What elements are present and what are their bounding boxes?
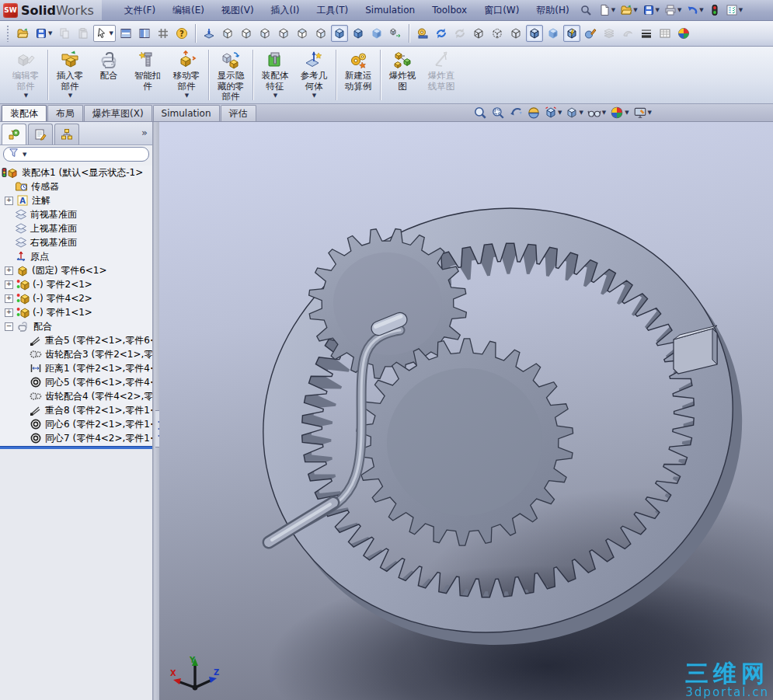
- tree-filter-input[interactable]: ▼: [3, 147, 149, 162]
- featuremanager-tab[interactable]: [2, 124, 26, 145]
- search-icon[interactable]: [578, 3, 594, 17]
- assembly-features-button-dropdown[interactable]: ▼: [273, 92, 277, 99]
- left-view[interactable]: [256, 25, 273, 42]
- options-button-dropdown[interactable]: ▼: [739, 7, 743, 13]
- new-document-button[interactable]: ▼: [597, 3, 617, 17]
- select-tool-dropdown[interactable]: ▼: [109, 30, 113, 37]
- tree-item-sensors[interactable]: 传感器: [0, 179, 152, 193]
- insert-component-button[interactable]: 插入零 部件▼: [50, 47, 89, 103]
- top-view[interactable]: [294, 25, 311, 42]
- display-style-button[interactable]: ▼: [565, 106, 583, 120]
- viewport-grid-button[interactable]: [155, 25, 172, 42]
- previous-view-button[interactable]: [508, 105, 524, 120]
- tree-item-part6-expander[interactable]: +: [5, 266, 13, 275]
- tab-layout[interactable]: 布局: [47, 105, 83, 121]
- motion-study-button[interactable]: 新建运 动算例: [339, 47, 378, 103]
- menu-item-6[interactable]: Toolbox: [423, 0, 475, 20]
- save-button[interactable]: ▼: [641, 3, 661, 17]
- measure-button[interactable]: [414, 25, 431, 42]
- hatch-button[interactable]: [656, 25, 674, 42]
- tree-item-mate-concentric5[interactable]: 同心5 (零件6<1>,零件4<: [0, 375, 152, 389]
- split-horizontal-button[interactable]: [117, 25, 134, 42]
- tree-item-part2[interactable]: +(-) 零件2<1>: [0, 277, 152, 291]
- insert-component-button-dropdown[interactable]: ▼: [68, 92, 72, 99]
- tree-item-mate-gear4[interactable]: 齿轮配合4 (零件4<2>,零: [0, 389, 152, 403]
- trimetric-view[interactable]: [368, 25, 385, 42]
- tab-evaluate[interactable]: 评估: [221, 105, 256, 121]
- zoom-to-fit-button[interactable]: [472, 105, 488, 120]
- color-display-button[interactable]: [675, 25, 692, 42]
- tree-item-mate-gear3[interactable]: 齿轮配合3 (零件2<1>,零: [0, 347, 152, 361]
- back-view[interactable]: [238, 25, 255, 42]
- smart-fasteners-button[interactable]: 智能扣 件: [128, 47, 167, 103]
- zoom-to-area-button[interactable]: [490, 105, 506, 120]
- rebuild-button[interactable]: [433, 25, 450, 42]
- hide-show-items-button-dropdown[interactable]: ▼: [602, 110, 606, 116]
- dimetric-view[interactable]: [350, 25, 367, 42]
- tree-item-part4-expander[interactable]: +: [5, 294, 13, 303]
- line-format-button[interactable]: [638, 25, 655, 42]
- tree-item-part1[interactable]: +(-) 零件1<1>: [0, 305, 152, 319]
- show-hidden-components-button[interactable]: 显示隐 藏的零 部件: [211, 47, 250, 103]
- reference-geometry-button[interactable]: 参考几 何体▼: [294, 47, 333, 103]
- exploded-view-button[interactable]: 爆炸视 图: [383, 47, 422, 103]
- select-tool[interactable]: ▼: [93, 25, 115, 42]
- save-button[interactable]: ▼: [33, 25, 54, 42]
- tree-item-origin[interactable]: 原点: [0, 249, 152, 263]
- tree-item-front-plane[interactable]: 前视基准面: [0, 207, 152, 221]
- display-style-button-dropdown[interactable]: ▼: [579, 110, 583, 116]
- bottom-view[interactable]: [312, 25, 329, 42]
- view-orientation-button-dropdown[interactable]: ▼: [558, 110, 562, 116]
- edit-component-button-dropdown[interactable]: ▼: [24, 92, 28, 99]
- shaded-with-edges-style[interactable]: [526, 25, 543, 42]
- filter-caret-icon[interactable]: ▼: [23, 151, 26, 158]
- tree-item-annotations[interactable]: +A注解: [0, 193, 152, 207]
- tree-item-right-plane[interactable]: 右视基准面: [0, 235, 152, 249]
- wireframe-style[interactable]: [470, 25, 487, 42]
- interrupt-button[interactable]: [707, 3, 723, 17]
- reference-geometry-button-dropdown[interactable]: ▼: [312, 92, 316, 99]
- tree-item-part6[interactable]: +(固定) 零件6<1>: [0, 263, 152, 277]
- open-button-dropdown[interactable]: ▼: [633, 7, 637, 13]
- tree-item-mate-coincident8[interactable]: 重合8 (零件2<1>,零件1<: [0, 403, 152, 417]
- propertymanager-tab[interactable]: [28, 124, 53, 145]
- apply-scene-button[interactable]: ▼: [632, 105, 653, 120]
- menu-item-1[interactable]: 编辑(E): [164, 0, 213, 20]
- menu-item-7[interactable]: 窗口(W): [475, 0, 528, 20]
- open-button[interactable]: [14, 25, 31, 42]
- undo-button[interactable]: ▼: [684, 3, 705, 17]
- menu-item-3[interactable]: 插入(I): [263, 0, 308, 20]
- tree-item-mate-distance1[interactable]: 距离1 (零件2<1>,零件4<: [0, 361, 152, 375]
- move-component-button-dropdown[interactable]: ▼: [185, 92, 189, 99]
- assembly-features-button[interactable]: 装配体 特征▼: [256, 47, 294, 103]
- save-button-dropdown[interactable]: ▼: [48, 30, 52, 37]
- tree-item-mate-coincident5[interactable]: 重合5 (零件2<1>,零件6<: [0, 333, 152, 347]
- open-button[interactable]: ▼: [618, 3, 639, 17]
- tab-assembly[interactable]: 装配体: [2, 105, 47, 121]
- tree-item-part2-expander[interactable]: +: [5, 280, 13, 289]
- right-view[interactable]: [275, 25, 292, 42]
- shaded-style[interactable]: [545, 25, 562, 42]
- tab-explode-sketch[interactable]: 爆炸草图(X): [84, 105, 152, 121]
- gear-assembly-model[interactable]: [159, 122, 773, 700]
- tree-item-part4[interactable]: +(-) 零件4<2>: [0, 291, 152, 305]
- edit-appearance-button-dropdown[interactable]: ▼: [625, 110, 628, 116]
- configurationmanager-tab[interactable]: [54, 124, 79, 145]
- tree-item-mate-concentric7[interactable]: 同心7 (零件4<2>,零件1<: [0, 431, 152, 445]
- undo-button-dropdown[interactable]: ▼: [699, 7, 703, 13]
- mate-button[interactable]: 配合: [89, 47, 128, 103]
- tree-item-annotations-expander[interactable]: +: [5, 197, 13, 205]
- normal-to-view[interactable]: [200, 25, 218, 42]
- menu-item-2[interactable]: 视图(V): [213, 0, 263, 20]
- new-document-button-dropdown[interactable]: ▼: [611, 7, 615, 13]
- hide-show-items-button[interactable]: ▼: [587, 105, 607, 120]
- multi-view[interactable]: [387, 25, 404, 42]
- tree-item-assembly-root[interactable]: 装配体1 (默认<显示状态-1>: [0, 165, 152, 179]
- hidden-lines-removed-style[interactable]: [507, 25, 524, 42]
- split-vertical-button[interactable]: [136, 25, 153, 42]
- options-button[interactable]: ▼: [724, 3, 744, 17]
- isometric-view[interactable]: [331, 25, 348, 42]
- move-component-button[interactable]: 移动零 部件▼: [167, 47, 206, 103]
- view-orientation-button[interactable]: ▼: [544, 106, 562, 120]
- edit-appearance-button[interactable]: ▼: [609, 105, 629, 120]
